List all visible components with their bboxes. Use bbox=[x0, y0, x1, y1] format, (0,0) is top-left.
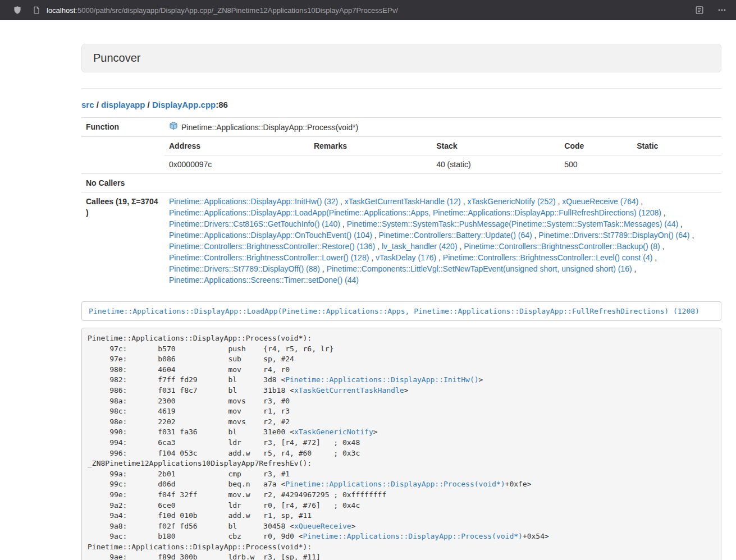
callee-link[interactable]: Pinetime::Drivers::St7789::DisplayOn() (… bbox=[538, 231, 689, 240]
page-title: Puncover bbox=[93, 52, 141, 64]
callee-link[interactable]: Pinetime::System::SystemTask::PushMessag… bbox=[347, 219, 679, 228]
callee-separator: , bbox=[661, 208, 666, 217]
overflow-menu-icon[interactable] bbox=[717, 5, 727, 15]
browser-toolbar: localhost:5000/path/src/displayapp/Displ… bbox=[0, 0, 736, 20]
table-cell: 0x0000097c bbox=[164, 155, 309, 174]
column-header-code: Code bbox=[560, 137, 632, 155]
url-bar[interactable]: localhost:5000/path/src/displayapp/Displ… bbox=[31, 5, 684, 15]
breadcrumb-link[interactable]: DisplayApp.cpp bbox=[152, 100, 216, 109]
function-label: Function bbox=[81, 118, 164, 137]
toolbar-right-icons bbox=[694, 5, 727, 15]
breadcrumb-link[interactable]: displayapp bbox=[101, 100, 145, 109]
callee-link[interactable]: Pinetime::Controllers::BrightnessControl… bbox=[169, 242, 375, 251]
callee-separator: , bbox=[375, 242, 382, 251]
breadcrumb-link[interactable]: src bbox=[81, 100, 94, 109]
function-name: Pinetime::Applications::DisplayApp::Proc… bbox=[181, 122, 358, 133]
callees-list: Pinetime::Applications::DisplayApp::Init… bbox=[164, 192, 721, 290]
callee-link[interactable]: Pinetime::Applications::Screens::Timer::… bbox=[169, 276, 359, 284]
page-container: Puncover src / displayapp / DisplayApp.c… bbox=[81, 44, 721, 560]
callee-link[interactable]: xTaskGetCurrentTaskHandle (12) bbox=[345, 197, 461, 206]
callee-link[interactable]: Pinetime::Components::LittleVgl::SetNewT… bbox=[327, 264, 632, 273]
callees-row: Callees (19, Σ=3704 ) Pinetime::Applicat… bbox=[81, 192, 721, 290]
callee-separator: , bbox=[652, 253, 657, 262]
symbol-link[interactable]: Pinetime::Applications::DisplayApp::Init… bbox=[285, 375, 478, 384]
disassembly: Pinetime::Applications::DisplayApp::Proc… bbox=[81, 328, 721, 560]
symbol-link[interactable]: Pinetime::Applications::DisplayApp::Proc… bbox=[285, 480, 505, 488]
breadcrumb-separator: / bbox=[94, 100, 102, 109]
divider bbox=[81, 88, 721, 89]
callee-link[interactable]: Pinetime::Controllers::BrightnessControl… bbox=[443, 253, 652, 262]
callee-separator: , bbox=[660, 242, 665, 251]
callee-link[interactable]: xTaskGenericNotify (252) bbox=[467, 197, 555, 206]
callee-separator: , bbox=[632, 264, 637, 273]
callee-link[interactable]: Pinetime::Controllers::Battery::Update()… bbox=[379, 231, 532, 240]
callee-separator: , bbox=[320, 264, 327, 273]
table-cell bbox=[632, 155, 721, 174]
callee-separator: , bbox=[461, 197, 468, 206]
column-header-stack: Stack bbox=[432, 137, 560, 155]
address-table-value-row: 0x0000097c40 (static)500 bbox=[164, 155, 721, 174]
address-table: AddressRemarksStackCodeStatic 0x0000097c… bbox=[164, 137, 721, 173]
table-cell: 500 bbox=[560, 155, 632, 174]
symbol-link[interactable]: Pinetime::Applications::DisplayApp::Proc… bbox=[303, 532, 523, 540]
address-table-header-row: AddressRemarksStackCodeStatic bbox=[164, 137, 721, 155]
shield-icon[interactable] bbox=[12, 5, 22, 15]
callee-link[interactable]: Pinetime::Drivers::Cst816S::GetTouchInfo… bbox=[169, 219, 340, 228]
page-info-icon[interactable] bbox=[31, 5, 42, 15]
symbol-link[interactable]: xTaskGetCurrentTaskHandle bbox=[294, 386, 404, 394]
address-table-row: AddressRemarksStackCodeStatic 0x0000097c… bbox=[81, 137, 721, 174]
callee-link[interactable]: Pinetime::Drivers::St7789::DisplayOff() … bbox=[169, 264, 320, 273]
callee-link[interactable]: Pinetime::Applications::DisplayApp::OnTo… bbox=[169, 231, 372, 240]
symbol-link[interactable]: xQueueReceive bbox=[294, 522, 351, 530]
callee-link[interactable]: xQueueReceive (764) bbox=[562, 197, 638, 206]
callee-separator: , bbox=[340, 219, 347, 228]
callee-separator: , bbox=[556, 197, 563, 206]
highlighted-callee-box: Pinetime::Applications::DisplayApp::Load… bbox=[81, 301, 721, 321]
callees-label: Callees (19, Σ=3704 ) bbox=[81, 192, 164, 290]
callee-link[interactable]: Pinetime::Controllers::BrightnessControl… bbox=[169, 253, 369, 262]
column-header-remarks: Remarks bbox=[309, 137, 432, 155]
callee-separator: , bbox=[690, 231, 694, 240]
callee-link[interactable]: lv_task_handler (420) bbox=[382, 242, 458, 251]
url-path: :5000/path/src/displayapp/DisplayApp.cpp… bbox=[75, 6, 398, 15]
url-host: localhost bbox=[47, 6, 75, 15]
callee-separator: , bbox=[458, 242, 464, 251]
callee-link[interactable]: Pinetime::Applications::DisplayApp::Init… bbox=[169, 197, 338, 206]
callee-link[interactable]: Pinetime::Controllers::BrightnessControl… bbox=[464, 242, 660, 251]
callee-separator: , bbox=[638, 197, 643, 206]
symbol-link[interactable]: xTaskGenericNotify bbox=[294, 428, 373, 436]
function-table: Function Pinetime::Applications::Display… bbox=[81, 117, 721, 289]
reader-mode-icon[interactable] bbox=[694, 5, 705, 15]
breadcrumb: src / displayapp / DisplayApp.cpp:86 bbox=[81, 100, 721, 109]
breadcrumb-line-number: :86 bbox=[216, 100, 228, 109]
callee-separator: , bbox=[532, 231, 539, 240]
callee-link[interactable]: vTaskDelay (176) bbox=[376, 253, 436, 262]
table-cell bbox=[309, 155, 432, 174]
highlighted-callee-link[interactable]: Pinetime::Applications::DisplayApp::Load… bbox=[89, 307, 700, 315]
callee-separator: , bbox=[436, 253, 443, 262]
function-row: Function Pinetime::Applications::Display… bbox=[81, 118, 721, 137]
column-header-static: Static bbox=[632, 137, 721, 155]
no-callers-label: No Callers bbox=[81, 174, 164, 192]
table-cell: 40 (static) bbox=[432, 155, 560, 174]
callee-separator: , bbox=[369, 253, 376, 262]
callee-separator: , bbox=[338, 197, 345, 206]
callee-separator: , bbox=[678, 219, 683, 228]
callee-link[interactable]: Pinetime::Applications::DisplayApp::Load… bbox=[169, 208, 661, 217]
callee-separator: , bbox=[372, 231, 379, 240]
function-symbol-icon bbox=[169, 121, 178, 133]
column-header-address: Address bbox=[164, 137, 309, 155]
no-callers-row: No Callers bbox=[81, 174, 721, 192]
title-panel: Puncover bbox=[81, 44, 721, 72]
breadcrumb-separator: / bbox=[145, 100, 152, 109]
